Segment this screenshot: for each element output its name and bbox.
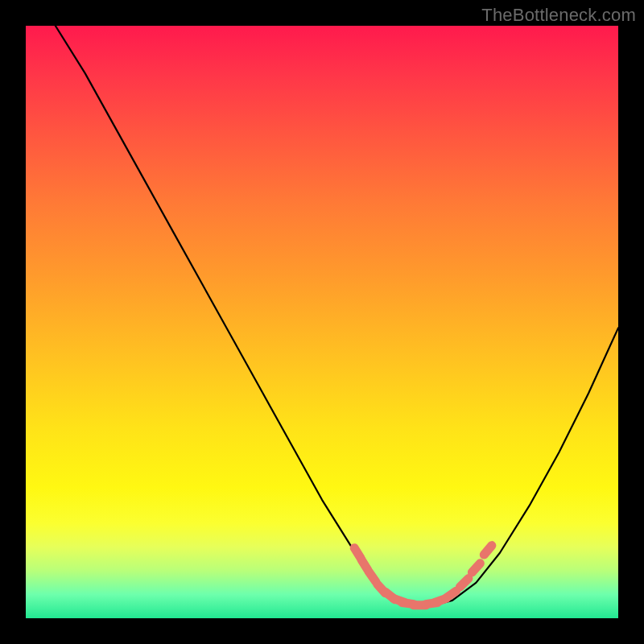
chart-svg (26, 26, 618, 618)
plot-area (26, 26, 618, 618)
chart-frame: TheBottleneck.com (0, 0, 644, 644)
watermark-text: TheBottleneck.com (481, 5, 636, 26)
marker-pill (466, 557, 487, 579)
curve-path (56, 26, 618, 606)
